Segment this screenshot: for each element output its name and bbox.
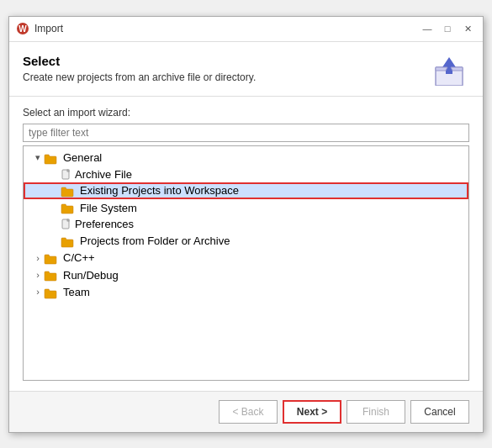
tree-item-team[interactable]: › Team (24, 283, 468, 300)
dialog-footer: < Back Next > Finish Cancel (9, 391, 483, 432)
svg-marker-5 (451, 67, 463, 71)
window-title: Import (34, 23, 419, 34)
back-button[interactable]: < Back (219, 400, 278, 424)
next-button[interactable]: Next > (283, 400, 341, 424)
tree-label-general: General (63, 151, 102, 164)
app-logo: W (16, 22, 29, 35)
dialog-content: Select an import wizard: ▾ General Archi… (9, 97, 483, 391)
close-button[interactable]: ✕ (459, 20, 476, 37)
svg-rect-7 (67, 170, 69, 171)
maximize-button[interactable]: □ (439, 20, 456, 37)
toggle-general[interactable]: ▾ (32, 152, 44, 163)
tree-item-existing-projects[interactable]: Existing Projects into Workspace (24, 182, 468, 199)
tree-label-projects-from-folder: Projects from Folder or Archive (80, 235, 230, 247)
tree-item-rundebug[interactable]: › Run/Debug (24, 266, 468, 283)
tree-label-archive-file: Archive File (75, 168, 132, 181)
folder-icon (61, 234, 77, 247)
toggle-rundebug[interactable]: › (32, 270, 44, 280)
header-icon-area (429, 54, 469, 87)
tree-item-general[interactable]: ▾ General (24, 150, 468, 166)
tree-label-rundebug: Run/Debug (63, 269, 119, 282)
import-dialog: W Import — □ ✕ Select Create new project… (8, 16, 484, 433)
titlebar: W Import — □ ✕ (9, 17, 483, 42)
window-controls: — □ ✕ (419, 20, 476, 37)
filter-input[interactable] (23, 124, 469, 142)
folder-icon (44, 268, 60, 282)
import-wizard-tree[interactable]: ▾ General Archive File Existing Projects… (23, 145, 469, 381)
finish-button[interactable]: Finish (347, 400, 405, 424)
file-icon (61, 168, 72, 181)
tree-item-preferences[interactable]: Preferences (24, 216, 468, 232)
cancel-button[interactable]: Cancel (410, 400, 469, 424)
folder-icon (44, 285, 60, 298)
dialog-header: Select Create new projects from an archi… (9, 42, 483, 97)
folder-icon (44, 251, 60, 265)
folder-icon (44, 151, 60, 165)
svg-text:W: W (19, 24, 27, 34)
tree-label-preferences: Preferences (75, 218, 134, 230)
minimize-button[interactable]: — (419, 20, 436, 37)
import-wizard-icon (432, 55, 466, 86)
svg-rect-9 (67, 219, 69, 221)
dialog-heading: Select (23, 54, 256, 68)
tree-item-file-system[interactable]: File System (24, 199, 468, 216)
tree-label-existing-projects: Existing Projects into Workspace (80, 184, 239, 197)
folder-icon (61, 184, 77, 198)
wizard-label: Select an import wizard: (23, 107, 469, 119)
tree-label-team: Team (63, 286, 90, 298)
tree-item-cpp[interactable]: › C/C++ (24, 250, 468, 266)
tree-item-archive-file[interactable]: Archive File (24, 166, 468, 182)
dialog-description: Create new projects from an archive file… (23, 71, 256, 83)
folder-icon (61, 201, 77, 214)
toggle-cpp[interactable]: › (32, 253, 44, 263)
toggle-team[interactable]: › (32, 287, 44, 297)
header-text-block: Select Create new projects from an archi… (23, 54, 256, 83)
tree-label-cpp: C/C++ (63, 251, 95, 264)
file-icon (61, 218, 72, 230)
tree-item-projects-from-folder[interactable]: Projects from Folder or Archive (24, 232, 468, 249)
tree-label-file-system: File System (80, 202, 137, 214)
svg-marker-4 (436, 67, 447, 71)
